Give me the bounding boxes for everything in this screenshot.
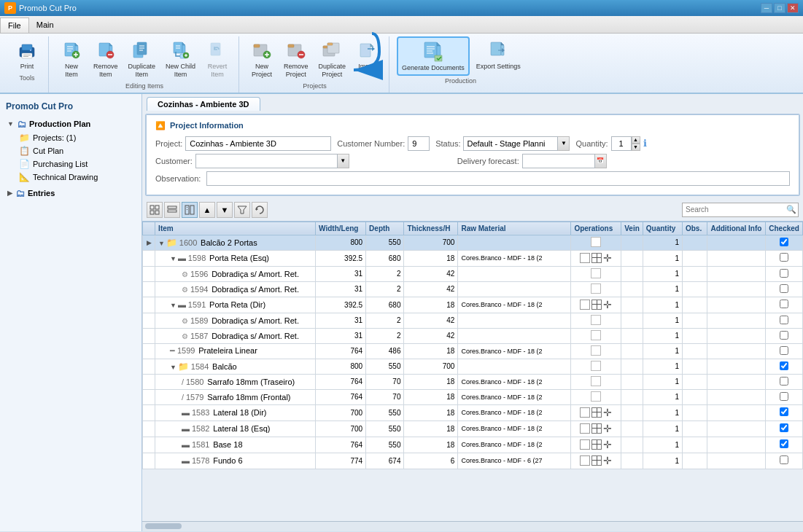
remove-item-button[interactable]: RemoveItem: [90, 36, 122, 81]
duplicate-item-button[interactable]: DuplicateItem: [125, 36, 160, 81]
ops-cell[interactable]: ✛: [571, 404, 621, 420]
row-checked[interactable]: [780, 253, 788, 262]
row-checked-cell[interactable]: [766, 297, 803, 313]
col-thickness[interactable]: Thickness/H: [404, 222, 458, 235]
move-handle[interactable]: ✛: [603, 439, 612, 450]
import-button[interactable]: Import: [352, 36, 383, 73]
row-checked[interactable]: [780, 300, 788, 308]
expand-row-arrow[interactable]: ▼: [170, 302, 176, 309]
row-checked-cell[interactable]: [766, 453, 803, 469]
expand-row-arrow[interactable]: ▼: [170, 364, 176, 371]
table-row[interactable]: ▬ 1578 Fundo 6 774 674 6 Cores.Branco - …: [143, 453, 803, 469]
export-settings-button[interactable]: Export Settings: [473, 36, 524, 73]
revert-item-button[interactable]: RevertItem: [202, 36, 233, 81]
col-additional[interactable]: Additional Info: [707, 222, 766, 235]
table-row[interactable]: ▬ 1582 Lateral 18 (Esq) 700 550 18 Cores…: [143, 420, 803, 437]
row-checked-cell[interactable]: [766, 437, 803, 453]
customer-number-input[interactable]: [408, 136, 430, 151]
expand-row-arrow[interactable]: ▼: [170, 255, 176, 262]
row-checked-cell[interactable]: [766, 389, 803, 404]
move-handle[interactable]: ✛: [603, 299, 612, 310]
table-row[interactable]: ▶ ▼📁 1600 Balcão 2 Portas 800 550 700 1: [143, 235, 803, 250]
col-depth[interactable]: Depth: [366, 222, 404, 235]
menu-file[interactable]: File: [0, 17, 29, 33]
delivery-calendar[interactable]: 📅: [595, 154, 607, 168]
row-checked[interactable]: [780, 331, 788, 340]
new-item-button[interactable]: NewItem: [56, 36, 87, 81]
col-vein[interactable]: Vein: [621, 222, 643, 235]
row-checked[interactable]: [780, 346, 788, 355]
data-table-container[interactable]: Item Width/Leng Depth Thickness/H Raw Ma…: [142, 222, 803, 521]
detail-view-btn[interactable]: [182, 202, 198, 218]
customer-input[interactable]: [195, 154, 338, 168]
row-checked[interactable]: [780, 455, 788, 464]
ops-cell[interactable]: ✛: [571, 297, 621, 313]
minimize-button[interactable]: ─: [761, 3, 772, 13]
row-checked[interactable]: [780, 377, 788, 386]
table-row[interactable]: / 1580 Sarrafo 18mm (Traseiro) 764 70 18…: [143, 374, 803, 389]
ops-cell[interactable]: ✛: [571, 453, 621, 469]
move-handle[interactable]: ✛: [603, 423, 612, 434]
close-button[interactable]: ✕: [787, 3, 799, 13]
window-controls[interactable]: ─ □ ✕: [761, 3, 799, 13]
customer-dropdown[interactable]: ▼: [338, 154, 349, 168]
table-row[interactable]: ▬ 1583 Lateral 18 (Dir) 700 550 18 Cores…: [143, 404, 803, 420]
spin-up[interactable]: ▲: [632, 136, 640, 144]
print-button[interactable]: Print: [12, 36, 42, 73]
grid-view-btn[interactable]: [147, 202, 163, 218]
project-panel-header[interactable]: 🔼 Project Information: [155, 121, 790, 130]
sidebar-item-purchasing-list[interactable]: 📄 Purchasing List: [16, 157, 137, 171]
col-operations[interactable]: Operations: [571, 222, 621, 235]
ops-cell[interactable]: ✛: [571, 420, 621, 437]
spin-down[interactable]: ▼: [632, 144, 640, 151]
row-checked-cell[interactable]: [766, 266, 803, 281]
tab-cozinhas[interactable]: Cozinhas - Ambiente 3D: [147, 97, 260, 111]
reset-btn[interactable]: [252, 202, 268, 218]
row-checked-cell[interactable]: [766, 343, 803, 359]
maximize-button[interactable]: □: [774, 3, 785, 13]
move-handle[interactable]: ✛: [603, 455, 612, 466]
table-row[interactable]: ▼▬ 1598 Porta Reta (Esq) 392.5 680 18 Co…: [143, 250, 803, 266]
move-up-btn[interactable]: ▲: [199, 202, 215, 218]
sidebar-item-technical-drawing[interactable]: 📐 Technical Drawing: [16, 171, 137, 184]
status-dropdown-arrow[interactable]: ▼: [558, 136, 570, 151]
row-checked-cell[interactable]: [766, 250, 803, 266]
sidebar-item-cut-plan[interactable]: 📋 Cut Plan: [16, 144, 137, 157]
observation-input[interactable]: [206, 171, 790, 186]
col-raw-material[interactable]: Raw Material: [458, 222, 571, 235]
row-checked-cell[interactable]: [766, 313, 803, 328]
row-checked-cell[interactable]: [766, 359, 803, 374]
table-row[interactable]: ⚙ 1594 Dobradiça s/ Amort. Ret. 31 2 42 …: [143, 281, 803, 297]
row-checked[interactable]: [780, 407, 788, 416]
row-checked-cell[interactable]: [766, 235, 803, 250]
move-handle[interactable]: ✛: [603, 252, 612, 264]
status-input[interactable]: [463, 136, 558, 151]
table-row[interactable]: ⚙ 1596 Dobradiça s/ Amort. Ret. 31 2 42 …: [143, 266, 803, 281]
table-row[interactable]: ━ 1599 Prateleira Linear 764 486 18 Core…: [143, 343, 803, 359]
col-width[interactable]: Width/Leng: [316, 222, 366, 235]
row-expand-arrow[interactable]: ▶: [143, 235, 155, 250]
col-item[interactable]: Item: [155, 222, 316, 235]
row-checked[interactable]: [780, 316, 788, 324]
row-checked-cell[interactable]: [766, 374, 803, 389]
sidebar-item-entries[interactable]: ▶ 🗂 Entries: [4, 187, 137, 200]
ops-cell[interactable]: ✛: [571, 250, 621, 266]
list-view-btn[interactable]: [164, 202, 180, 218]
col-checked[interactable]: Checked: [766, 222, 803, 235]
sidebar-item-production-plan[interactable]: ▼ 🗂 Production Plan: [4, 117, 137, 131]
row-checked[interactable]: [780, 284, 788, 293]
new-project-button[interactable]: NewProject: [247, 36, 277, 81]
table-row[interactable]: ⚙ 1589 Dobradiça s/ Amort. Ret. 31 2 42 …: [143, 313, 803, 328]
table-row[interactable]: ⚙ 1587 Dobradiça s/ Amort. Ret. 31 2 42 …: [143, 328, 803, 343]
search-button[interactable]: 🔍: [785, 203, 798, 216]
row-checked[interactable]: [780, 423, 788, 432]
row-checked-cell[interactable]: [766, 420, 803, 437]
project-input[interactable]: [185, 136, 331, 151]
bottom-scrollbar[interactable]: [142, 521, 803, 531]
col-quantity[interactable]: Quantity: [643, 222, 682, 235]
sidebar-item-projects[interactable]: 📁 Projects: (1): [16, 131, 137, 144]
quantity-value[interactable]: [611, 136, 632, 151]
col-obs[interactable]: Obs.: [682, 222, 707, 235]
expand-row-arrow[interactable]: ▼: [158, 240, 165, 247]
table-row[interactable]: ▼▬ 1591 Porta Reta (Dir) 392.5 680 18 Co…: [143, 297, 803, 313]
